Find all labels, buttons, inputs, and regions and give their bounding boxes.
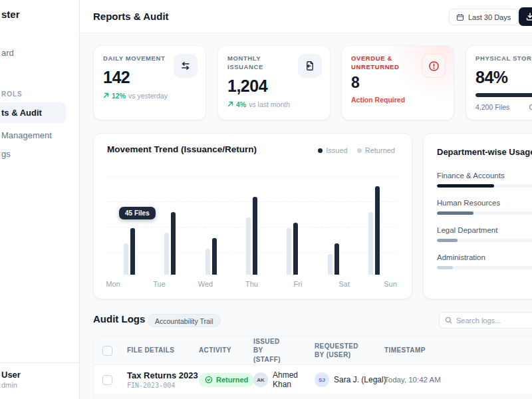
- bar-issued: [171, 212, 176, 275]
- sidebar-item-settings[interactable]: gs: [1, 149, 11, 159]
- bar-issued: [375, 186, 380, 275]
- export-button[interactable]: [519, 7, 532, 26]
- x-axis-label: Fri: [294, 280, 303, 288]
- trend-up-icon: [227, 101, 233, 107]
- table-footer: [94, 395, 532, 399]
- bar-group-sat[interactable]: [328, 243, 339, 275]
- bar-group-thu[interactable]: [246, 197, 257, 275]
- bar-group-sun[interactable]: [368, 186, 380, 275]
- file-details-cell: Tax Returns 2023FIN-2023-004: [127, 370, 199, 389]
- bar-returned: [205, 249, 210, 275]
- alert-circle-icon: [422, 54, 446, 78]
- bar-chart: MonTueWedThuFriSatSun: [107, 167, 396, 275]
- trend-up-icon: [103, 92, 109, 98]
- stat-card-physical-storage: PHYSICAL STORAGE 84% 4,200 Files Capacit…: [466, 45, 532, 120]
- stat-note: Action Required: [351, 96, 444, 104]
- department-item: Legal Department: [437, 226, 532, 242]
- legend-item-returned[interactable]: Returned: [357, 146, 395, 154]
- timestamp-cell: Today, 10:42 AM: [384, 376, 532, 384]
- trend-note: vs last month: [249, 100, 290, 108]
- department-usage-track: [437, 211, 532, 215]
- user-name: User: [1, 370, 21, 380]
- search-box[interactable]: [439, 312, 532, 329]
- department-list: Finance & AccountsHuman ResourcesLegal D…: [437, 172, 532, 269]
- column-header-activity: ACTIVITY: [199, 346, 253, 355]
- table-row[interactable]: Tax Returns 2023FIN-2023-004ReturnedAKAh…: [94, 365, 532, 395]
- department-usage-track: [437, 184, 532, 188]
- department-usage-fill: [437, 239, 458, 242]
- download-icon: [525, 12, 532, 21]
- department-usage-title: Department-wise Usage: [437, 147, 532, 157]
- stat-label: PHYSICAL STORAGE: [475, 55, 532, 63]
- file-id: FIN-2023-004: [127, 382, 199, 389]
- department-usage-fill: [437, 184, 494, 188]
- department-item: Human Resources: [437, 199, 532, 215]
- department-item: Finance & Accounts: [437, 172, 532, 188]
- bar-issued: [212, 238, 217, 275]
- table-header-row: FILE DETAILSACTIVITYISSUED BY (STAFF)REQ…: [94, 336, 532, 365]
- bar-issued: [334, 243, 339, 275]
- transfer-arrows-icon: [174, 54, 198, 78]
- sidebar: ster ard ROLS ts & Audit Management gs U…: [0, 0, 80, 399]
- capacity-label: Capacity: [529, 103, 532, 111]
- bar-group-wed[interactable]: [205, 238, 217, 275]
- stat-value: 1,204: [227, 76, 321, 96]
- x-axis-label: Sun: [384, 280, 397, 288]
- date-range-label: Last 30 Days: [468, 13, 511, 21]
- bar-returned: [328, 254, 332, 275]
- sidebar-user[interactable]: User dmin: [0, 362, 79, 399]
- app-logo: ster: [1, 9, 20, 20]
- page-title: Reports & Audit: [93, 11, 169, 22]
- stat-label: OVERDUE & UNRETURNED: [351, 55, 419, 72]
- bar-returned: [246, 217, 251, 275]
- stat-card-overdue: OVERDUE & UNRETURNED 8 Action Required: [341, 45, 454, 120]
- file-export-icon: [298, 54, 322, 78]
- column-header-timestamp: TIMESTAMP: [384, 346, 532, 355]
- status-badge-returned: Returned: [199, 373, 254, 387]
- department-name: Legal Department: [437, 226, 532, 234]
- legend-item-issued[interactable]: Issued: [318, 146, 347, 154]
- department-item: Administration: [437, 253, 532, 269]
- department-usage-card: Department-wise Usage Finance & Accounts…: [423, 133, 532, 299]
- row-checkbox[interactable]: [102, 375, 112, 385]
- legend-dot: [318, 148, 323, 153]
- stat-card-daily-movement: DAILY MOVEMENT 142 12% vs yesterday: [93, 45, 206, 120]
- legend-label: Issued: [326, 146, 347, 154]
- files-count: 4,200 Files: [475, 103, 509, 111]
- search-input[interactable]: [456, 317, 532, 325]
- bar-group-tue[interactable]: [164, 212, 176, 275]
- x-axis-label: Thu: [245, 280, 258, 288]
- legend-label: Returned: [365, 146, 395, 154]
- movement-trend-card: Movement Trend (Issuance/Return) IssuedR…: [93, 133, 412, 299]
- chart-title: Movement Trend (Issuance/Return): [107, 144, 257, 154]
- chart-tooltip: 45 Files: [119, 207, 156, 219]
- x-axis-label: Tue: [153, 280, 166, 288]
- page: ster ard ROLS ts & Audit Management gs U…: [0, 0, 532, 399]
- legend-dot: [357, 148, 362, 153]
- audit-logs-table: FILE DETAILSACTIVITYISSUED BY (STAFF)REQ…: [93, 336, 532, 399]
- select-all-checkbox[interactable]: [102, 346, 112, 356]
- user-role: dmin: [1, 381, 17, 389]
- table-body: Tax Returns 2023FIN-2023-004ReturnedAKAh…: [94, 365, 532, 395]
- storage-progress-track: [475, 93, 532, 97]
- date-range-button[interactable]: Last 30 Days: [449, 9, 518, 25]
- audit-badge: Accountability Trail: [148, 314, 221, 327]
- search-icon: [445, 317, 452, 324]
- x-axis-label: Sat: [338, 280, 350, 288]
- sidebar-section-label: ROLS: [1, 90, 23, 98]
- avatar: AK: [253, 372, 268, 387]
- bar-returned: [287, 228, 291, 275]
- person-name: Ahmed Khan: [273, 370, 306, 390]
- bar-returned: [368, 212, 373, 275]
- bar-group-fri[interactable]: [287, 223, 298, 275]
- x-axis-label: Mon: [106, 280, 120, 288]
- requested-by-cell: SJSara J. (Legal): [315, 372, 384, 387]
- bar-issued: [293, 223, 298, 275]
- sidebar-item-dashboard[interactable]: ard: [1, 48, 14, 58]
- trend-note: vs yesterday: [128, 92, 168, 100]
- bar-group-mon[interactable]: [124, 228, 135, 275]
- header-bar: Reports & Audit Last 30 Days: [80, 0, 532, 33]
- department-usage-track: [437, 266, 532, 269]
- sidebar-item-reports-audit[interactable]: ts & Audit: [0, 102, 66, 123]
- sidebar-item-management[interactable]: Management: [1, 130, 52, 140]
